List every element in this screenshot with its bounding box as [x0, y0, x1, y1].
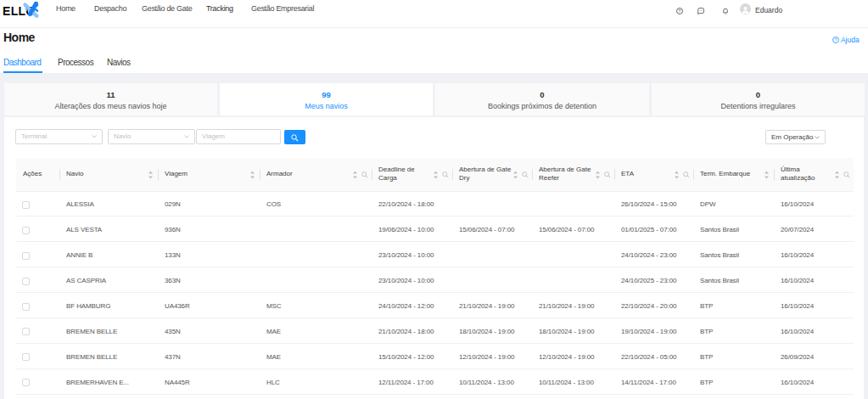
svg-text:?: ? — [835, 37, 837, 42]
svg-text:?: ? — [679, 8, 681, 14]
